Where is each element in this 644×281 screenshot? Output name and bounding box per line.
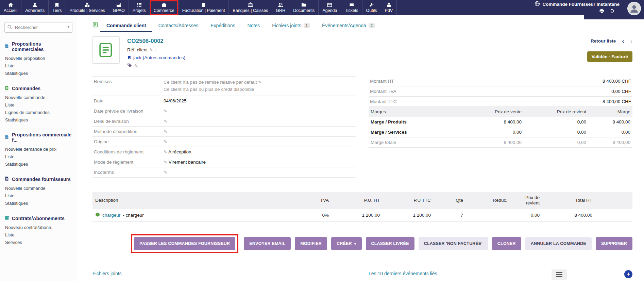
sidebar-item-nouvelle-demande-de-prix[interactable]: Nouvelle demande de prix xyxy=(4,145,72,153)
bank-icon xyxy=(248,2,253,7)
column-header: P.U TTC xyxy=(413,198,431,203)
creer-dropdown-button[interactable]: CRÉER▾ xyxy=(331,237,362,250)
print-icon[interactable] xyxy=(599,9,605,15)
nav-item-tickets[interactable]: Tickets xyxy=(341,0,362,15)
project-tag-icon[interactable] xyxy=(127,63,132,69)
nav-item-pdv[interactable]: PdV xyxy=(381,0,397,15)
sidebar-item-statistiques[interactable]: Statistiques xyxy=(4,116,72,123)
tab-evenements-agenda[interactable]: Événements/Agenda2 xyxy=(316,19,381,32)
sidebar-item-nouveau-contrat[interactable]: Nouveau contrat/abonn. xyxy=(4,224,72,231)
amount-row-ttc: Montant TTC 8 400,00 CHF xyxy=(369,97,632,107)
edit-pencil-icon[interactable]: ✎ xyxy=(164,119,167,124)
passer-commandes-fournisseur-button[interactable]: PASSER LES COMMANDES FOURNISSEUR xyxy=(134,237,235,250)
classer-livree-button[interactable]: CLASSER LIVRÉE xyxy=(366,237,414,250)
tab-notes[interactable]: Notes xyxy=(241,19,266,32)
tab-commande-client[interactable]: Commande client xyxy=(100,19,152,32)
sidebar-section-title[interactable]: Propositions commerciale f... xyxy=(4,132,72,143)
sidebar-item-nouvelle-proposition[interactable]: Nouvelle proposition xyxy=(4,54,72,62)
sidebar-item-liste[interactable]: Liste xyxy=(4,231,72,238)
cloner-button[interactable]: CLONER xyxy=(492,237,521,250)
margin-label: Marge totale xyxy=(371,140,396,145)
topbar-right-extension xyxy=(584,15,644,19)
edit-pencil-icon[interactable]: ✎ xyxy=(164,109,167,114)
detail-value: 04/06/2025 xyxy=(164,98,187,103)
classer-non-facturee-button[interactable]: CLASSER 'NON FACTURÉE' xyxy=(419,237,488,250)
edit-pencil-icon[interactable]: ✎ xyxy=(149,47,153,52)
nav-item-gpao[interactable]: GPAO xyxy=(109,0,129,15)
modifier-button[interactable]: MODIFIER xyxy=(295,237,327,250)
nav-item-documents[interactable]: Documents xyxy=(289,0,319,15)
nav-item-label: Tickets xyxy=(345,8,358,13)
sidebar-item-lignes-de-commandes[interactable]: Lignes de commandes xyxy=(4,109,72,116)
column-header: Description xyxy=(95,198,118,203)
edit-pencil-icon[interactable]: ✎ xyxy=(164,139,167,144)
nav-item-banques-caisses[interactable]: Banques | Caisses xyxy=(229,0,272,15)
nav-item-label: GPAO xyxy=(113,8,125,13)
search-dropdown-caret-icon[interactable]: ▾ xyxy=(67,24,69,29)
detail-label: Date xyxy=(94,98,104,103)
column-header: TVA xyxy=(320,198,329,203)
sidebar-item-services[interactable]: Services xyxy=(4,238,72,246)
sidebar-item-liste[interactable]: Liste xyxy=(4,192,72,199)
user-avatar[interactable] xyxy=(627,2,641,15)
amount-label: Montant TVA xyxy=(370,89,396,94)
tab-contacts-adresses[interactable]: Contacts/Adresses xyxy=(152,19,205,32)
plus-icon: + xyxy=(627,271,630,278)
nav-item-tiers[interactable]: Tiers xyxy=(49,0,66,15)
edit-pencil-icon[interactable]: ✎ xyxy=(164,149,167,154)
previous-record-chevron-icon[interactable]: ‹ xyxy=(622,38,624,44)
events-menu-button[interactable] xyxy=(552,269,567,280)
sidebar-item-liste[interactable]: Liste xyxy=(4,101,72,109)
edit-pencil-icon[interactable]: ✎ xyxy=(258,80,262,85)
tab-expeditions[interactable]: Expéditions xyxy=(204,19,241,32)
supprimer-button[interactable]: SUPPRIMER xyxy=(596,237,632,250)
sidebar-item-statistiques[interactable]: Statistiques xyxy=(4,69,72,77)
nav-item-outils[interactable]: Outils xyxy=(362,0,381,15)
invoice-icon xyxy=(201,2,206,7)
nav-item-commerce[interactable]: Commerce xyxy=(150,0,179,15)
sidebar-item-liste[interactable]: Liste xyxy=(4,153,72,160)
nav-item-adherents[interactable]: Adhérents xyxy=(21,0,49,15)
detail-label: Conditions de règlement xyxy=(94,149,143,154)
product-link[interactable]: chargeur xyxy=(102,213,120,218)
remises-note: Ce client n'a pas ou plus de crédit disp… xyxy=(164,86,355,93)
sidebar-section-title[interactable]: Commandes fournisseurs xyxy=(4,176,72,182)
sidebar-item-statistiques[interactable]: Statistiques xyxy=(4,160,72,168)
annuler-la-commande-button[interactable]: ANNULER LA COMMANDE xyxy=(525,237,592,250)
nav-item-produits-services[interactable]: Produits | Services xyxy=(66,0,109,15)
nav-item-projets[interactable]: Projets xyxy=(129,0,150,15)
detail-value: A réception xyxy=(168,149,191,154)
nav-item-agenda[interactable]: Agenda xyxy=(319,0,341,15)
margins-table: Marges Prix de vente Prix de revient Mar… xyxy=(369,107,632,148)
back-to-list-link[interactable]: Retour liste xyxy=(591,38,616,44)
detail-label: Délai de livraison xyxy=(94,119,129,124)
sidebar-item-statistiques[interactable]: Statistiques xyxy=(4,199,72,207)
refresh-icon[interactable] xyxy=(610,9,615,15)
attached-files-title: Fichiers joints xyxy=(92,271,356,276)
nav-item-facturation-paiement[interactable]: Facturation | Paiement xyxy=(179,0,229,15)
sidebar-section-title[interactable]: Propositions commerciales xyxy=(4,41,72,52)
sidebar-item-nouvelle-commande[interactable]: Nouvelle commande xyxy=(4,184,72,192)
sidebar-section-title[interactable]: Commandes xyxy=(4,85,72,91)
edit-pencil-icon[interactable]: ✎ xyxy=(164,160,167,165)
sidebar-section-commandes: Commandes Nouvelle commande Liste Lignes… xyxy=(4,85,72,123)
envoyer-email-button[interactable]: ENVOYER EMAIL xyxy=(244,237,291,250)
sidebar-item-liste[interactable]: Liste xyxy=(4,62,72,69)
nav-item-accueil[interactable]: Accueil xyxy=(0,0,21,15)
add-event-button[interactable]: + xyxy=(624,270,632,278)
edit-pencil-icon[interactable]: ✎ xyxy=(164,129,167,134)
sidebar-item-nouvelle-commande[interactable]: Nouvelle commande xyxy=(4,94,72,101)
order-details-panel: Remises Ce client n'a pas de remise rela… xyxy=(92,76,356,178)
search-input[interactable] xyxy=(4,22,72,33)
edit-pencil-icon[interactable]: ✎ xyxy=(134,63,138,68)
edit-pencil-icon[interactable]: ✎ xyxy=(164,170,167,175)
line-cost: 0,00 xyxy=(531,213,540,218)
margins-header: Marge xyxy=(617,109,630,114)
sidebar-section-title[interactable]: Contrats/Abonnements xyxy=(4,215,72,221)
tab-fichiers-joints[interactable]: Fichiers joints1 xyxy=(266,19,316,32)
customer-link[interactable]: jack (Autres commandes) xyxy=(127,55,185,60)
nav-item-grh[interactable]: GRH xyxy=(272,0,289,15)
wrench-icon xyxy=(369,2,374,7)
nav-item-label: PdV xyxy=(385,8,393,13)
column-header: P.U. HT xyxy=(364,198,380,203)
